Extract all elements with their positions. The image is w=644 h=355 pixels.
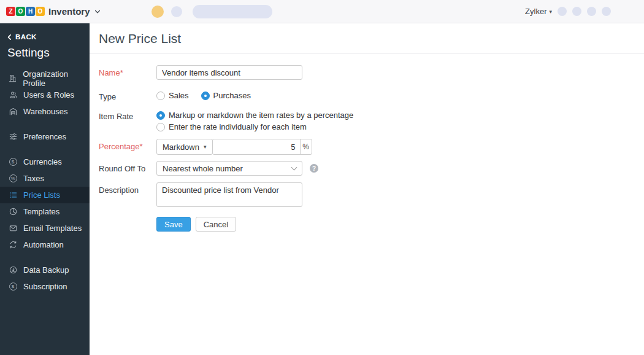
radio-selected-icon[interactable]: [156, 111, 165, 120]
cancel-button[interactable]: Cancel: [196, 217, 236, 232]
sidebar-item-label: Warehouses: [23, 107, 68, 116]
sidebar-item-data-backup[interactable]: Data Backup: [0, 262, 90, 278]
toolbar-icon-placeholder[interactable]: [572, 7, 581, 16]
name-input[interactable]: [156, 65, 302, 80]
sidebar-item-label: Templates: [23, 207, 59, 216]
list-icon: [8, 190, 18, 200]
zoho-logo-tile: H: [26, 7, 35, 16]
chevron-down-icon: [291, 164, 297, 170]
type-label: Type: [99, 89, 156, 101]
sidebar-item-currencies[interactable]: $Currencies: [0, 154, 90, 170]
users-icon: [8, 90, 18, 99]
round-off-select[interactable]: Nearest whole number: [156, 161, 302, 176]
sidebar-item-label: Users & Roles: [23, 90, 74, 99]
dollar-circle-icon: $: [8, 283, 18, 291]
download-circle-icon: [8, 265, 18, 275]
warehouse-icon: [8, 107, 18, 116]
sync-icon: [8, 240, 18, 249]
markup-mode-dropdown[interactable]: Markdown ▾: [156, 139, 213, 155]
org-badge-placeholder[interactable]: [151, 6, 164, 18]
sliders-icon: [8, 132, 18, 141]
back-label: BACK: [15, 33, 37, 41]
chevron-left-icon: [6, 34, 13, 41]
zoho-logo-tile: O: [16, 7, 25, 16]
org-switcher[interactable]: Zylker ▾: [525, 7, 552, 16]
back-button[interactable]: BACK: [0, 23, 90, 41]
caret-down-icon: ▾: [549, 9, 552, 15]
topbar: ZOHO Inventory Zylker ▾: [0, 0, 644, 23]
sidebar-item-automation[interactable]: Automation: [0, 236, 90, 253]
radio-option[interactable]: Enter the rate individually for each ite…: [156, 122, 353, 131]
item-rate-radio-group: Markup or markdown the item rates by a p…: [156, 109, 353, 131]
description-label: Description: [99, 182, 156, 195]
settings-nav: Organization ProfileUsers & RolesWarehou…: [0, 70, 90, 295]
sidebar-item-warehouses[interactable]: Warehouses: [0, 103, 90, 120]
toolbar-icon-placeholder[interactable]: [602, 7, 611, 16]
radio-label: Sales: [169, 91, 189, 100]
percentage-label: Percentage*: [99, 139, 156, 151]
description-row: Description Discounted price list from V…: [99, 182, 644, 207]
type-row: Type SalesPurchases: [99, 89, 644, 101]
price-list-form: Name* Type SalesPurchases Item Rate Mark…: [90, 54, 644, 232]
percentage-group: Markdown ▾ %: [156, 139, 312, 155]
item-rate-label: Item Rate: [99, 109, 156, 121]
help-icon[interactable]: ?: [310, 164, 318, 173]
radio-label: Purchases: [213, 91, 251, 100]
markup-mode-value: Markdown: [163, 142, 199, 152]
sidebar-item-label: Preferences: [23, 132, 66, 141]
percentage-input[interactable]: [213, 139, 300, 154]
sidebar-item-users-roles[interactable]: Users & Roles: [0, 87, 90, 103]
caret-down-icon: ▾: [204, 144, 207, 150]
name-row: Name*: [99, 65, 644, 80]
sidebar-title: Settings: [0, 41, 90, 60]
zoho-logo-tile: Z: [6, 7, 15, 16]
percentage-input-wrap: %: [212, 139, 312, 155]
toolbar-circle-placeholder[interactable]: [171, 6, 182, 17]
sidebar-item-subscription[interactable]: $Subscription: [0, 278, 90, 295]
product-name: Inventory: [48, 6, 90, 17]
envelope-icon: [8, 224, 18, 233]
zoho-inventory-logo[interactable]: ZOHO Inventory: [6, 6, 101, 17]
percent-suffix: %: [300, 139, 312, 154]
topbar-right: Zylker ▾: [525, 4, 635, 20]
sidebar-item-label: Subscription: [23, 282, 67, 291]
org-name: Zylker: [525, 7, 546, 16]
topbar-placeholders: [151, 5, 272, 18]
building-icon: [8, 74, 17, 83]
item-rate-row: Item Rate Markup or markdown the item ra…: [99, 109, 644, 131]
description-textarea[interactable]: Discounted price list from Vendor: [156, 182, 302, 207]
form-actions: Save Cancel: [156, 217, 644, 232]
sidebar-item-taxes[interactable]: %Taxes: [0, 170, 90, 187]
radio-unselected-icon[interactable]: [156, 123, 165, 131]
toolbar-icon-placeholder[interactable]: [558, 7, 567, 16]
dollar-circle-icon: $: [8, 158, 18, 166]
main-content: New Price List Name* Type SalesPurchases…: [90, 23, 644, 355]
page-title: New Price List: [99, 31, 644, 46]
chevron-down-icon[interactable]: [94, 8, 101, 15]
radio-option[interactable]: Purchases: [201, 91, 251, 100]
radio-option[interactable]: Sales: [156, 91, 189, 100]
settings-sidebar: BACK Settings Organization ProfileUsers …: [0, 23, 90, 355]
sidebar-item-price-lists[interactable]: Price Lists: [0, 187, 90, 203]
round-off-value: Nearest whole number: [163, 164, 243, 173]
sidebar-item-label: Taxes: [23, 174, 44, 183]
sidebar-item-label: Automation: [23, 240, 64, 249]
radio-option[interactable]: Markup or markdown the item rates by a p…: [156, 111, 353, 120]
percent-circle-icon: %: [8, 174, 18, 182]
sidebar-item-organization-profile[interactable]: Organization Profile: [0, 70, 90, 87]
percentage-row: Percentage* Markdown ▾ %: [99, 139, 644, 155]
sidebar-item-templates[interactable]: Templates: [0, 203, 90, 220]
zoho-logo-icon: ZOHO: [6, 7, 45, 16]
radio-label: Enter the rate individually for each ite…: [169, 122, 307, 131]
toolbar-icon-placeholder[interactable]: [587, 7, 596, 16]
radio-selected-icon[interactable]: [201, 92, 210, 100]
sidebar-item-email-templates[interactable]: Email Templates: [0, 220, 90, 236]
search-bar-placeholder[interactable]: [193, 5, 272, 18]
sidebar-item-label: Organization Profile: [23, 69, 90, 88]
sidebar-item-preferences[interactable]: Preferences: [0, 128, 90, 145]
type-radio-group: SalesPurchases: [156, 89, 251, 100]
radio-unselected-icon[interactable]: [156, 92, 165, 100]
sidebar-item-label: Email Templates: [23, 224, 82, 233]
user-avatar[interactable]: [619, 4, 635, 20]
save-button[interactable]: Save: [156, 217, 191, 232]
